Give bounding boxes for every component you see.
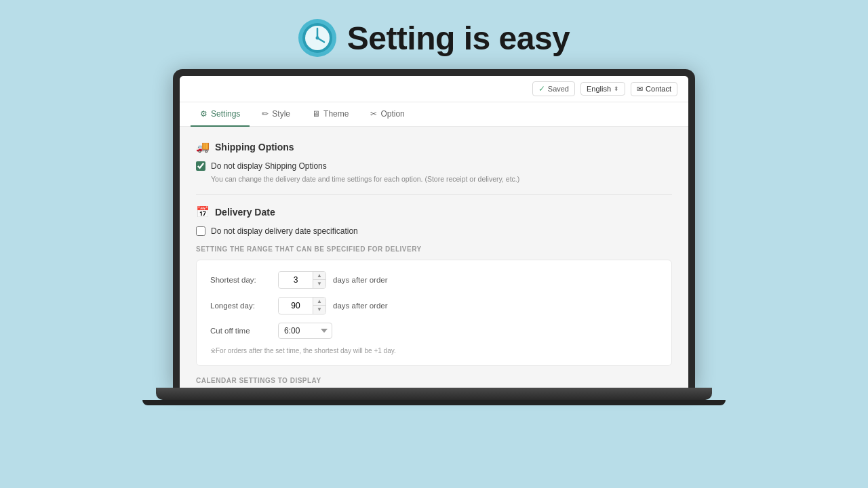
calendar-icon: 📅 [196,205,210,218]
shipping-checkbox-row: Do not display Shipping Options [196,161,672,171]
range-section-label: SETTING THE RANGE THAT CAN BE SPECIFIED … [196,245,672,253]
laptop-base [156,388,712,400]
cutoff-time-row: Cut off time 6:00 7:00 8:00 9:00 10:00 1… [210,323,658,339]
longest-day-input-wrapper: ▲ ▼ [278,297,326,314]
language-label: English [587,85,611,93]
shortest-day-label: Shortest day: [210,276,271,284]
tab-option[interactable]: ✂ Option [361,102,414,127]
calendar-section: CALENDAR SETTINGS TO DISPLAY Display Tit… [196,377,672,388]
contact-button[interactable]: ✉ Contact [631,82,677,96]
longest-day-unit: days after order [333,302,388,310]
shortest-day-increment[interactable]: ▲ [313,272,326,280]
shortest-day-row: Shortest day: ▲ ▼ days after order [210,271,658,289]
delivery-section: 📅 Delivery Date Do not display delivery … [196,205,672,366]
saved-check-icon: ✓ [538,84,545,94]
delivery-range-card: Shortest day: ▲ ▼ days after order [196,260,672,366]
longest-day-increment[interactable]: ▲ [313,298,326,306]
shortest-day-input-wrapper: ▲ ▼ [278,271,326,289]
tab-style[interactable]: ✏ Style [252,102,300,127]
laptop-wrapper: ✓ Saved English ⬍ ✉ Contact ⚙ [173,69,695,405]
tab-settings[interactable]: ⚙ Settings [191,102,250,127]
hero-title: Setting is easy [347,20,570,57]
shipping-checkbox[interactable] [196,161,205,171]
laptop-foot [142,400,726,405]
saved-label: Saved [548,85,569,93]
calendar-section-label: CALENDAR SETTINGS TO DISPLAY [196,377,672,384]
shipping-section: 🚚 Shipping Options Do not display Shippi… [196,140,672,183]
longest-day-input[interactable] [279,298,313,313]
settings-tab-label: Settings [211,109,240,119]
delivery-checkbox[interactable] [196,226,205,236]
shipping-icon: 🚚 [196,140,210,153]
shortest-day-spin: ▲ ▼ [313,272,326,288]
top-bar: ✓ Saved English ⬍ ✉ Contact [180,76,688,102]
saved-badge: ✓ Saved [532,81,575,96]
cutoff-time-label: Cut off time [210,327,271,335]
section-divider [196,194,672,195]
envelope-icon: ✉ [637,85,643,94]
longest-day-label: Longest day: [210,302,271,310]
shipping-checkbox-label: Do not display Shipping Options [211,161,327,171]
app-logo-icon [298,19,336,57]
cutoff-time-select[interactable]: 6:00 7:00 8:00 9:00 10:00 12:00 [278,323,332,339]
nav-tabs: ⚙ Settings ✏ Style 🖥 Theme ✂ Option [180,102,688,127]
delivery-checkbox-label: Do not display delivery date specificati… [211,226,358,236]
option-tab-label: Option [380,109,404,119]
app-container: ✓ Saved English ⬍ ✉ Contact ⚙ [180,76,688,388]
shipping-help-text: You can change the delivery date and tim… [211,175,672,183]
content-area: 🚚 Shipping Options Do not display Shippi… [180,127,688,388]
longest-day-spin: ▲ ▼ [313,298,326,314]
delivery-section-header: 📅 Delivery Date [196,205,672,218]
shortest-day-unit: days after order [333,276,388,284]
delivery-checkbox-row: Do not display delivery date specificati… [196,226,672,236]
longest-day-row: Longest day: ▲ ▼ days after order [210,297,658,314]
theme-tab-label: Theme [323,109,349,119]
shipping-section-title: Shipping Options [215,142,294,152]
settings-tab-icon: ⚙ [200,109,208,119]
cutoff-note: ※For orders after the set time, the shor… [210,347,658,354]
hero-header: Setting is easy [298,19,570,57]
contact-label: Contact [646,85,671,93]
theme-tab-icon: 🖥 [312,109,320,119]
chevron-icon: ⬍ [614,85,619,92]
shipping-section-header: 🚚 Shipping Options [196,140,672,153]
style-tab-label: Style [272,109,290,119]
svg-point-5 [315,37,319,40]
delivery-section-title: Delivery Date [215,207,275,218]
language-selector[interactable]: English ⬍ [580,82,625,96]
shortest-day-input[interactable] [279,272,313,287]
laptop-screen-inner: ✓ Saved English ⬍ ✉ Contact ⚙ [180,76,688,388]
laptop-screen-outer: ✓ Saved English ⬍ ✉ Contact ⚙ [173,69,695,388]
longest-day-decrement[interactable]: ▼ [313,306,326,314]
shortest-day-decrement[interactable]: ▼ [313,280,326,288]
option-tab-icon: ✂ [370,109,377,119]
tab-theme[interactable]: 🖥 Theme [302,102,358,127]
style-tab-icon: ✏ [262,109,269,119]
